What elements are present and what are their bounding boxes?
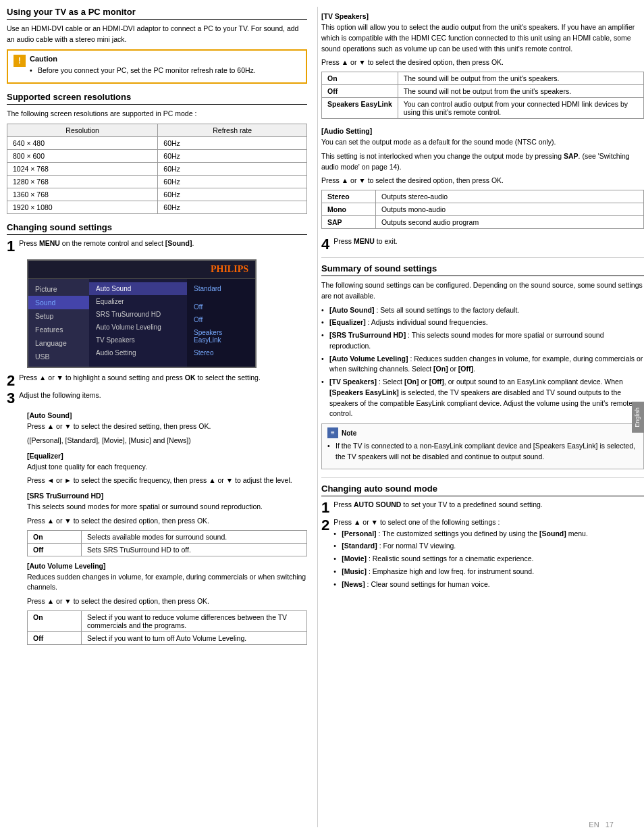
section-resolutions: Supported screen resolutions The followi… [7, 92, 307, 214]
equalizer-detail: Press ◄ or ► to select the specific freq… [27, 475, 307, 486]
option-label: On [28, 530, 82, 543]
option-label: SAP [322, 216, 376, 229]
sound-subsections: [Auto Sound] Press ▲ or ▼ to select the … [27, 411, 307, 645]
list-item: [Standard] : For normal TV viewing. [333, 541, 636, 552]
resolution-table: Resolution Refresh rate 640 × 48060Hz800… [7, 124, 307, 214]
para-resolutions: The following screen resolutions are sup… [7, 109, 307, 120]
note-box: ≡ Note If the TV is connected to a non-E… [321, 423, 644, 469]
step4-num: 4 [321, 237, 329, 252]
heading-auto-sound-mode: Changing auto sound mode [321, 484, 644, 496]
menu-center-item: Auto Volume Leveling [89, 321, 187, 334]
auto-step1-num: 1 [321, 500, 329, 515]
table-row: OnSelects available modes for surround s… [28, 530, 307, 543]
list-item: [Equalizer] : Adjusts individual sound f… [321, 317, 644, 328]
side-tab: English [632, 402, 644, 433]
audio-setting-press: Press ▲ or ▼ to select the desired optio… [321, 176, 644, 186]
tv-speakers-press: Press ▲ or ▼ to select the desired optio… [321, 57, 644, 68]
cell-rate: 60Hz [158, 188, 307, 201]
auto-sound-title: [Auto Sound] [27, 411, 307, 419]
step1-num: 1 [7, 239, 15, 254]
menu-right-item: Off [187, 313, 255, 326]
auto-step1-container: 1 Press AUTO SOUND to set your TV to a p… [321, 500, 644, 515]
table-row: OnSelect if you want to reduce volume di… [28, 610, 307, 631]
note-text: If the TV is connected to a non-EasyLink… [327, 441, 638, 463]
caution-item: Before you connect your PC, set the PC m… [30, 66, 256, 76]
auto-volume-table: OnSelect if you want to reduce volume di… [27, 610, 307, 645]
summary-bullets: [Auto Sound] : Sets all sound settings t… [321, 305, 644, 420]
option-desc: Select if you want to turn off Auto Volu… [82, 631, 307, 644]
cell-resolution: 800 × 600 [7, 150, 158, 163]
summary-para: The following sound settings can be conf… [321, 280, 644, 302]
en-label: EN 17 [589, 820, 614, 829]
list-item: [Movie] : Realistic sound settings for a… [333, 554, 636, 565]
table-row: OffSets SRS TruSurround HD to off. [28, 543, 307, 556]
audio-setting-para1: You can set the output mode as a default… [321, 137, 644, 148]
auto-step2-num: 2 [321, 518, 329, 533]
option-desc: Outputs second audio program [376, 216, 644, 229]
tv-speakers-title: [TV Speakers] [321, 12, 644, 20]
note-label: Note [342, 429, 356, 437]
caution-label: Caution [30, 55, 256, 63]
table-row: Speakers EasyLinkYou can control audio o… [322, 98, 644, 119]
auto-volume-title: [Auto Volume Leveling] [27, 562, 307, 570]
menu-left-item: Picture [28, 282, 89, 296]
caution-list: Before you connect your PC, set the PC m… [30, 66, 256, 76]
option-desc: You can control audio output from your c… [398, 98, 643, 119]
note-icon: ≡ [327, 427, 338, 438]
table-row: 640 × 48060Hz [7, 137, 307, 150]
list-item: [TV Speakers] : Select [On] or [Off], or… [321, 377, 644, 419]
option-label: Off [28, 631, 82, 644]
menu-left-panel: PictureSoundSetupFeaturesLanguageUSB [28, 279, 89, 367]
option-label: Off [28, 543, 82, 556]
right-column: [TV Speakers] This option will allow you… [317, 7, 644, 827]
srs-title: [SRS TruSurround HD] [27, 492, 307, 500]
auto-step2-bullets: [Personal] : The customized settings you… [333, 529, 636, 590]
note-list: If the TV is connected to a non-EasyLink… [327, 441, 638, 463]
option-desc: Select if you want to reduce volume diff… [82, 610, 307, 631]
step3-text: Adjust the following items. [19, 391, 299, 399]
caution-icon: ! [14, 55, 26, 67]
caution-box: ! Caution Before you connect your PC, se… [7, 49, 307, 84]
table-row: SAPOutputs second audio program [322, 216, 644, 229]
cell-resolution: 1024 × 768 [7, 163, 158, 176]
menu-center-item: Auto Sound [89, 282, 187, 295]
srs-table: OnSelects available modes for surround s… [27, 530, 307, 556]
section-sound-settings: Changing sound settings 1 Press MENU on … [7, 222, 307, 645]
table-row: OffSelect if you want to turn off Auto V… [28, 631, 307, 644]
step2-container: 2 Press ▲ or ▼ to highlight a sound sett… [7, 373, 307, 388]
menu-body: PictureSoundSetupFeaturesLanguageUSB Aut… [28, 279, 255, 367]
srs-para: This selects sound modes for more spatia… [27, 502, 307, 513]
divider1 [321, 257, 644, 258]
equalizer-para: Adjust tone quality for each frequency. [27, 462, 307, 473]
table-row: OffThe sound will not be output from the… [322, 85, 644, 98]
tv-speakers-para: This option will allow you to select the… [321, 22, 644, 54]
cell-rate: 60Hz [158, 150, 307, 163]
heading-sound-settings: Changing sound settings [7, 222, 307, 235]
menu-left-item: Features [28, 323, 89, 336]
auto-sound-detail: ([Personal], [Standard], [Movie], [Music… [27, 436, 307, 446]
auto-volume-press: Press ▲ or ▼ to select the desired optio… [27, 596, 307, 607]
option-desc: Sets SRS TruSurround HD to off. [82, 543, 307, 556]
option-desc: Outputs mono-audio [376, 203, 644, 216]
step4-container: 4 Press MENU to exit. [321, 237, 644, 252]
col-refresh: Refresh rate [158, 124, 307, 137]
menu-left-item: Sound [28, 296, 89, 309]
menu-left-item: USB [28, 350, 89, 363]
cell-rate: 60Hz [158, 137, 307, 150]
step1-container: 1 Press MENU on the remote control and s… [7, 239, 307, 254]
cell-resolution: 1920 × 1080 [7, 201, 158, 214]
option-desc: Outputs stereo-audio [376, 190, 644, 203]
divider2 [321, 477, 644, 478]
page: Using your TV as a PC monitor Use an HDM… [0, 0, 644, 834]
heading-summary: Summary of sound settings [321, 263, 644, 276]
option-label: Stereo [322, 190, 376, 203]
section-audio-setting: [Audio Setting] You can set the output m… [321, 127, 644, 229]
srs-press: Press ▲ or ▼ to select the desired optio… [27, 516, 307, 527]
list-item: [SRS TruSurround HD] : This selects soun… [321, 330, 644, 352]
option-label: On [28, 610, 82, 631]
cell-rate: 60Hz [158, 176, 307, 188]
heading-resolutions: Supported screen resolutions [7, 92, 307, 105]
menu-simulation: PHILIPS PictureSoundSetupFeaturesLanguag… [27, 259, 257, 368]
table-row: 1024 × 76860Hz [7, 163, 307, 176]
table-row: OnThe sound will be output from the unit… [322, 72, 644, 85]
